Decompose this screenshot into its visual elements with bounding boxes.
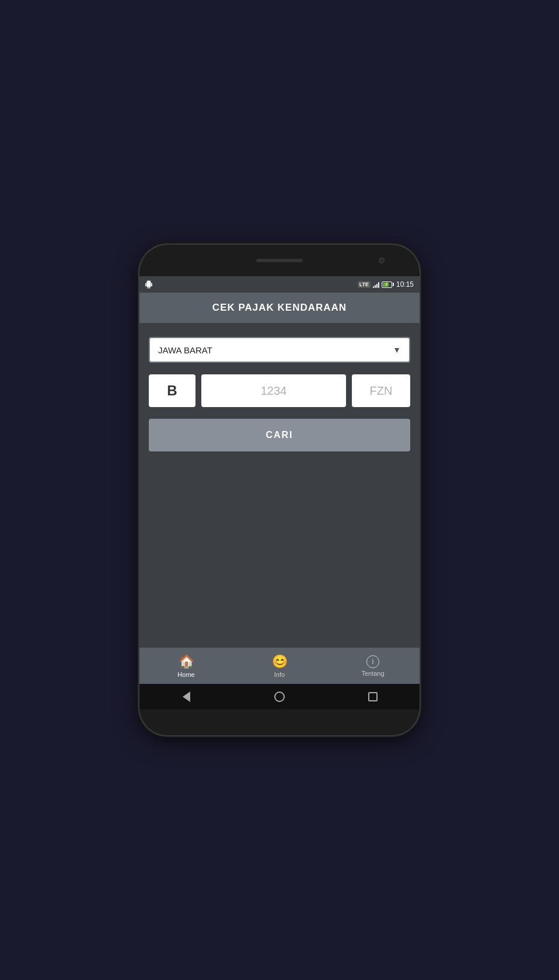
plate-suffix-input[interactable] (352, 374, 410, 407)
plate-prefix-input[interactable]: B (149, 374, 195, 407)
home-label: Home (177, 671, 194, 678)
tentang-label: Tentang (361, 670, 384, 677)
plate-number-container (201, 374, 346, 407)
recents-icon (368, 692, 378, 701)
plate-number-input[interactable] (201, 374, 346, 407)
bottom-bezel (139, 710, 420, 735)
front-camera (379, 258, 385, 263)
dropdown-arrow-icon: ▼ (393, 345, 401, 355)
main-content: JAWA BARAT ▼ B CARI (139, 323, 420, 648)
back-icon (183, 691, 190, 702)
plate-row: B (149, 374, 410, 407)
status-right: LTE ⚡ 10:15 (358, 280, 414, 289)
province-dropdown-container: JAWA BARAT ▼ (149, 337, 410, 363)
info-label: Info (274, 671, 285, 678)
tentang-icon: i (366, 655, 379, 668)
status-time: 10:15 (396, 280, 414, 289)
plate-suffix-container (352, 374, 410, 407)
back-button[interactable] (174, 685, 198, 708)
battery-icon: ⚡ (382, 282, 394, 288)
top-bezel (139, 245, 420, 276)
status-bar: LTE ⚡ 10:15 (139, 276, 420, 293)
phone-frame: LTE ⚡ 10:15 CEK PAJAK KEN (139, 245, 420, 735)
signal-icon (373, 281, 379, 288)
screen: LTE ⚡ 10:15 CEK PAJAK KEN (139, 276, 420, 710)
android-icon (144, 280, 153, 289)
search-button[interactable]: CARI (149, 419, 410, 451)
plate-prefix-container: B (149, 374, 195, 407)
nav-item-info[interactable]: 😊 Info (233, 654, 326, 678)
home-button[interactable] (268, 685, 291, 708)
lte-badge: LTE (358, 281, 371, 288)
province-dropdown[interactable]: JAWA BARAT ▼ (149, 337, 410, 363)
app-bar: CEK PAJAK KENDARAAN (139, 293, 420, 323)
home-icon: 🏠 (179, 654, 194, 669)
status-left (144, 280, 153, 289)
speaker (256, 259, 303, 262)
bottom-nav: 🏠 Home 😊 Info i Tentang (139, 648, 420, 684)
nav-item-home[interactable]: 🏠 Home (139, 654, 233, 678)
home-nav-icon (274, 691, 285, 702)
nav-item-tentang[interactable]: i Tentang (326, 655, 420, 677)
info-icon: 😊 (272, 654, 288, 669)
province-value: JAWA BARAT (158, 345, 212, 355)
app-title: CEK PAJAK KENDARAAN (212, 302, 347, 314)
android-nav-bar (139, 684, 420, 710)
recents-button[interactable] (361, 685, 385, 708)
